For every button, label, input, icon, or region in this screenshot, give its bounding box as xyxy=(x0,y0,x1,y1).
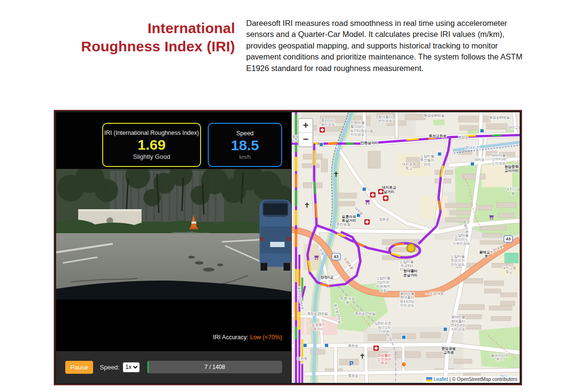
building xyxy=(500,301,515,306)
blue-square-marker-icon xyxy=(443,327,447,331)
map-label: 현암로89번길 xyxy=(489,116,510,119)
iri-route-segment xyxy=(394,244,404,245)
osm-attribution: © OpenStreetMap contributors xyxy=(452,377,517,382)
blue-suv xyxy=(260,200,291,271)
building xyxy=(459,305,485,310)
building xyxy=(302,164,320,168)
iri-accuracy-label: IRI Accuracy: xyxy=(213,334,249,341)
map-label: 현암로 xyxy=(458,135,468,139)
blue-square-marker-icon xyxy=(471,162,475,166)
map-label: 죽전로 xyxy=(348,344,358,347)
map-label: 죽전농협 xyxy=(336,222,350,226)
svg-text:43: 43 xyxy=(333,254,338,259)
map-label: 꽃메마을현대홈타운4차2단지아파트 xyxy=(400,291,415,308)
building xyxy=(498,214,514,218)
map-label: 죽전교차로 xyxy=(428,134,447,138)
pause-button[interactable]: Pause xyxy=(65,361,93,374)
road xyxy=(514,112,516,135)
building xyxy=(337,202,355,206)
map-label: 대지초교삼거리 xyxy=(382,185,396,193)
speed-select[interactable]: 1x xyxy=(123,362,140,372)
map-label: 꽃메마을현대홈타운4차4단지아파트 xyxy=(451,315,466,331)
map-attribution: Leaflet | © OpenStreetMap contributors xyxy=(424,376,520,383)
iri-route-segment xyxy=(439,201,440,210)
building xyxy=(454,359,472,364)
description-text: Dareesoft IRI measures road smoothness i… xyxy=(246,18,531,74)
building xyxy=(480,226,507,230)
leaflet-map[interactable]: 4343P죽전아이뷰아파트인현마을힐스테이트7차2단지아파트만현삼거리동성1차아… xyxy=(292,112,520,383)
road xyxy=(366,347,367,383)
video-footer: IRI Accuracy: Low (<70%) xyxy=(56,299,291,351)
map-label: 만현삼거리 xyxy=(360,141,378,145)
building xyxy=(463,174,486,179)
map-label: 정든로 xyxy=(379,217,389,221)
leaflet-link[interactable]: Leaflet xyxy=(434,377,448,382)
iri-status: Slightly Good xyxy=(133,153,170,160)
iri-route-segment xyxy=(314,181,315,194)
map-zoom-out-button[interactable]: − xyxy=(299,133,312,146)
building xyxy=(460,126,479,131)
map-label: 죽전로27번길 xyxy=(355,312,376,316)
map-label: 한라프로방스1차아파트 xyxy=(377,321,392,333)
iri-card: IRI (International Roughness Index) 1.69… xyxy=(102,123,201,167)
map-label: 새터마을모아미래도아파트 xyxy=(491,153,506,166)
stats-bar: IRI (International Roughness Index) 1.69… xyxy=(56,112,291,169)
iri-route-segment xyxy=(492,135,501,135)
blue-square-marker-icon xyxy=(325,344,329,347)
progress-bar[interactable]: 7 / 1408 xyxy=(147,361,282,373)
speed-select-label: Speed: xyxy=(100,364,119,371)
building xyxy=(445,203,471,208)
building xyxy=(484,281,503,285)
building xyxy=(491,316,511,321)
building xyxy=(395,352,421,358)
building xyxy=(459,116,490,122)
iri-accuracy-value: Low (<70%) xyxy=(250,334,282,341)
hospital-marker-icon xyxy=(382,195,389,202)
map-area-school xyxy=(419,196,448,218)
map-label: ← 포은대로 xyxy=(425,291,443,296)
iri-route-segment xyxy=(316,203,317,218)
map-label: 죽전동 xyxy=(297,357,308,361)
building xyxy=(426,353,444,358)
blue-square-marker-icon xyxy=(480,129,484,133)
dashcam-video[interactable] xyxy=(56,169,291,299)
iri-route-segment xyxy=(328,143,338,143)
progress-text: 7 / 1408 xyxy=(147,361,282,373)
map-label: 탄천1교 xyxy=(321,275,333,279)
hospital-marker-icon xyxy=(364,219,370,225)
map-label: 죽전1동 xyxy=(361,129,373,133)
building xyxy=(484,289,500,293)
building xyxy=(368,334,386,341)
video-dashboard: IRI (International Roughness Index) 1.69… xyxy=(56,112,291,383)
building xyxy=(489,306,512,310)
building xyxy=(337,193,357,198)
iri-value: 1.69 xyxy=(138,137,166,153)
building xyxy=(500,293,517,297)
map-label: 죽전로15번길 xyxy=(307,312,328,316)
map-panel: 4343P죽전아이뷰아파트인현마을힐스테이트7차2단지아파트만현삼거리동성1차아… xyxy=(292,112,520,383)
svg-text:43: 43 xyxy=(506,237,511,241)
map-label: 현대홈타운삼거리 xyxy=(404,269,418,277)
map-area-park xyxy=(433,119,445,126)
map-label: 보정동카페거리 xyxy=(311,322,326,331)
blue-square-marker-icon xyxy=(438,152,441,156)
current-position-marker[interactable] xyxy=(407,244,415,252)
building xyxy=(420,333,440,338)
map-label: 현대홈타운아파트 xyxy=(378,115,393,123)
building xyxy=(474,205,492,210)
blue-square-marker-icon xyxy=(303,344,307,347)
speed-unit: km/h xyxy=(239,154,251,160)
blue-square-marker-icon xyxy=(402,335,406,339)
iri-route-segment xyxy=(406,139,418,140)
hospital-marker-icon xyxy=(373,345,379,351)
map-label: 현암로89번길 xyxy=(424,114,445,117)
map-label: 죽전아이뷰아파트 xyxy=(321,119,335,127)
hospital-marker-icon xyxy=(369,192,376,198)
dashcam-frame xyxy=(56,169,291,299)
building xyxy=(368,151,381,168)
route-43-shield: 43 xyxy=(332,253,340,260)
iri-card-label: IRI (International Roughness Index) xyxy=(104,130,199,136)
map-zoom-in-button[interactable]: + xyxy=(299,119,312,133)
map-label: 현암중학교사거리 xyxy=(504,165,519,173)
license-plate xyxy=(270,242,285,247)
